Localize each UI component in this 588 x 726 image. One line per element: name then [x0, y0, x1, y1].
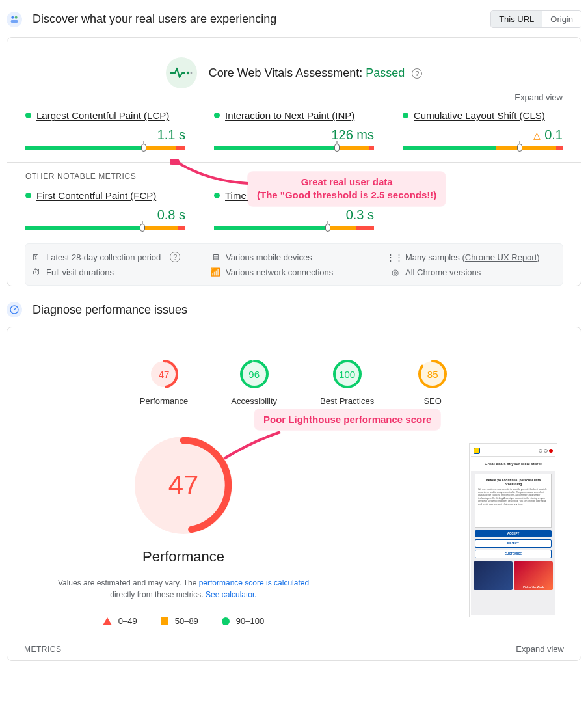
status-dot-good: [214, 193, 220, 198]
svg-point-0: [11, 16, 14, 18]
devices-icon: 🖥: [210, 252, 220, 262]
info-devices: 🖥Various mobile devices: [210, 252, 378, 262]
gauge-accessibility[interactable]: 96 Accessibility: [231, 358, 277, 406]
gauge-seo[interactable]: 85 SEO: [417, 358, 448, 406]
metric-cls-value: 0.1: [544, 128, 563, 142]
metric-inp: Interaction to Next Paint (INP) 126 ms: [214, 110, 374, 150]
diagnose-title: Diagnose performance issues: [33, 303, 187, 317]
wifi-icon: 📶: [210, 267, 220, 277]
big-performance-gauge: 47: [135, 437, 232, 534]
metric-lcp-bar: [25, 146, 185, 150]
samples-icon: ⋮⋮: [390, 252, 400, 262]
metric-fcp: First Contentful Paint (FCP) 0.8 s: [25, 190, 185, 230]
chrome-ux-report-link[interactable]: Chrome UX Report: [465, 252, 537, 262]
toggle-this-url[interactable]: This URL: [491, 11, 542, 27]
gauge-bp-label: Best Practices: [320, 396, 374, 406]
gauge-seo-label: SEO: [417, 396, 448, 406]
discover-section-header: Discover what your real users are experi…: [7, 10, 581, 28]
metrics-footer: METRICS Expand view: [24, 641, 564, 654]
svg-point-4: [190, 72, 192, 74]
pulse-icon: [166, 57, 197, 88]
gauge-performance-score: 47: [148, 358, 180, 390]
circle-icon: [222, 617, 230, 625]
annotation-real-user-data: Great real user data (The "Good threshol…: [248, 172, 446, 206]
help-icon[interactable]: ?: [412, 68, 422, 79]
metric-fcp-value: 0.8 s: [157, 208, 185, 222]
info-durations-label: Full visit durations: [46, 267, 114, 277]
gauge-performance[interactable]: 47 Performance: [140, 358, 188, 406]
annotation-poor-score-text: Poor Lighthouse performance score: [263, 413, 431, 426]
info-period-label: Latest 28-day collection period: [46, 252, 161, 262]
metric-inp-bar: [214, 146, 374, 150]
info-chrome-label: All Chrome versions: [405, 267, 481, 277]
annotation-poor-score: Poor Lighthouse performance score: [254, 409, 440, 430]
metric-inp-name[interactable]: Interaction to Next Paint (INP): [225, 110, 354, 121]
chrome-icon: ◎: [390, 267, 400, 277]
help-icon[interactable]: ?: [170, 252, 180, 262]
core-web-vitals-card: Core Web Vitals Assessment: Passed ? Exp…: [7, 37, 581, 286]
collection-info-box: 🗓Latest 28-day collection period? 🖥Vario…: [25, 243, 563, 286]
gauge-accessibility-label: Accessibility: [231, 396, 277, 406]
discover-title: Discover what your real users are experi…: [33, 12, 276, 26]
metric-cls-name[interactable]: Cumulative Layout Shift (CLS): [414, 110, 545, 121]
performance-detail-row: 47 Performance Values are estimated and …: [25, 424, 563, 632]
info-network-label: Various network connections: [226, 267, 333, 277]
page-screenshot: Great deals at your local store! Before …: [469, 443, 557, 617]
gauge-best-practices[interactable]: 100 Best Practices: [320, 358, 374, 406]
warning-icon: △: [533, 130, 541, 141]
metric-fcp-bar: [25, 226, 185, 230]
metric-cls: Cumulative Layout Shift (CLS) △0.1: [403, 110, 563, 150]
metric-ttfb-value: 0.3 s: [346, 208, 374, 222]
real-users-icon: [7, 12, 22, 27]
big-performance-score: 47: [135, 437, 232, 534]
svg-point-3: [187, 72, 189, 74]
info-period: 🗓Latest 28-day collection period?: [31, 252, 198, 262]
metric-fcp-name[interactable]: First Contentful Paint (FCP): [36, 190, 156, 201]
diagnose-icon: [7, 302, 22, 317]
performance-description: Values are estimated and may vary. The p…: [53, 577, 314, 600]
metric-cls-bar: [403, 146, 563, 150]
legend-good: 90–100: [222, 616, 264, 626]
cwv-assessment-row: Core Web Vitals Assessment: Passed ?: [25, 57, 563, 88]
expand-view-link[interactable]: Expand view: [25, 92, 563, 102]
legend-ok: 50–89: [161, 616, 198, 626]
see-calculator-link[interactable]: See calculator.: [206, 590, 257, 599]
info-chrome: ◎All Chrome versions: [390, 267, 557, 277]
svg-point-1: [15, 16, 18, 18]
calendar-icon: 🗓: [31, 252, 41, 262]
divider: [7, 162, 581, 163]
big-performance-label: Performance: [31, 548, 336, 565]
metric-lcp: Largest Contentful Paint (LCP) 1.1 s: [25, 110, 185, 150]
status-dot-good: [25, 113, 31, 118]
url-origin-toggle[interactable]: This URL Origin: [490, 10, 581, 28]
gauge-seo-score: 85: [417, 358, 448, 390]
cwv-assessment-text: Core Web Vitals Assessment: Passed ?: [209, 66, 423, 80]
gauge-accessibility-score: 96: [239, 358, 270, 390]
diagnose-section-header: Diagnose performance issues: [7, 302, 581, 317]
annotation-line2: (The "Good threshold is 2.5 seconds!!): [257, 189, 436, 202]
toggle-origin[interactable]: Origin: [542, 11, 581, 27]
info-network: 📶Various network connections: [210, 267, 378, 277]
gauge-bp-score: 100: [332, 358, 363, 390]
svg-rect-2: [11, 20, 18, 23]
mock-phone-content: Great deals at your local store! Before …: [471, 445, 555, 615]
metric-lcp-name[interactable]: Largest Contentful Paint (LCP): [36, 110, 169, 121]
info-devices-label: Various mobile devices: [226, 252, 312, 262]
primary-metrics-grid: Largest Contentful Paint (LCP) 1.1 s Int…: [25, 110, 563, 150]
performance-detail-left: 47 Performance Values are estimated and …: [31, 437, 336, 626]
annotation-line1: Great real user data: [257, 176, 436, 189]
score-legend: 0–49 50–89 90–100: [31, 616, 336, 626]
cwv-assessment-label: Core Web Vitals Assessment:: [209, 66, 366, 79]
info-durations: ⏱Full visit durations: [31, 267, 198, 277]
metric-lcp-value: 1.1 s: [157, 128, 185, 142]
lighthouse-card: 47 Performance 96 Accessibility 100 Best…: [7, 327, 581, 661]
status-dot-good: [403, 113, 408, 118]
status-dot-good: [25, 193, 31, 198]
screenshot-column: Great deals at your local store! Before …: [362, 437, 557, 617]
performance-calc-link[interactable]: performance score is calculated: [199, 578, 309, 587]
triangle-icon: [103, 617, 112, 625]
expand-view-link[interactable]: Expand view: [516, 644, 564, 654]
metrics-heading: METRICS: [24, 645, 62, 654]
metric-ttfb-bar: [214, 226, 374, 230]
gauge-performance-label: Performance: [140, 396, 188, 406]
